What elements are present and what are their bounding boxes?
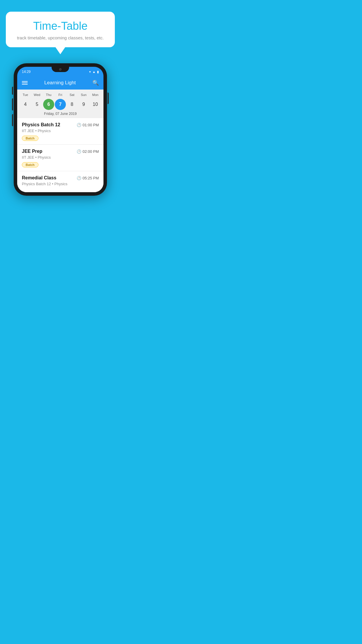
wifi-icon: ▾ — [89, 70, 91, 74]
search-button[interactable]: 🔍 — [92, 80, 99, 86]
schedule-item[interactable]: Physics Batch 12 🕐 01:00 PM IIT JEE • Ph… — [17, 118, 103, 145]
day-label: Thu — [43, 93, 54, 97]
schedule-item-header: JEE Prep 🕐 02:00 PM — [22, 149, 99, 154]
batch-badge: Batch — [22, 162, 38, 167]
schedule-time: 🕐 02:00 PM — [77, 149, 99, 154]
schedule-item[interactable]: Remedial Class 🕐 05:25 PM Physics Batch … — [17, 171, 103, 192]
schedule-title: Physics Batch 12 — [22, 122, 60, 127]
day-number[interactable]: 5 — [31, 99, 43, 110]
schedule-title: JEE Prep — [22, 149, 42, 154]
card-subtitle: track timetable, upcoming classes, tests… — [15, 35, 106, 40]
menu-button[interactable] — [22, 81, 28, 85]
day-number[interactable]: 7 — [55, 99, 66, 110]
day-label: Sat — [66, 93, 78, 97]
schedule-subtitle: IIT JEE • Physics — [22, 155, 99, 160]
day-numbers: 45678910 — [17, 98, 103, 110]
day-label: Tue — [20, 93, 31, 97]
schedule-list: Physics Batch 12 🕐 01:00 PM IIT JEE • Ph… — [17, 118, 103, 192]
schedule-item-header: Remedial Class 🕐 05:25 PM — [22, 175, 99, 181]
schedule-time: 🕐 05:25 PM — [77, 176, 99, 180]
schedule-time: 🕐 01:00 PM — [77, 123, 99, 127]
day-label: Fri — [55, 93, 66, 97]
volume-up-button — [12, 98, 13, 111]
phone-body: 14:29 ▾ ▲ ▮ Learning Light 🔍 TueWed — [14, 63, 107, 196]
mute-button — [12, 87, 13, 95]
schedule-title: Remedial Class — [22, 175, 56, 181]
phone-frame: 14:29 ▾ ▲ ▮ Learning Light 🔍 TueWed — [14, 63, 107, 196]
day-label: Wed — [31, 93, 43, 97]
day-number[interactable]: 8 — [66, 99, 78, 110]
day-label: Mon — [90, 93, 101, 97]
power-button — [108, 92, 109, 104]
clock-icon: 🕐 — [77, 123, 81, 127]
app-header: Learning Light 🔍 — [17, 76, 103, 90]
camera — [59, 68, 61, 71]
card-title: Time-Table — [15, 20, 106, 32]
selected-date-label: Friday, 07 June 2019 — [17, 110, 103, 118]
volume-down-button — [12, 114, 13, 126]
batch-badge: Batch — [22, 136, 38, 141]
day-label: Sun — [78, 93, 89, 97]
calendar-strip: TueWedThuFriSatSunMon 45678910 Friday, 0… — [17, 90, 103, 118]
promo-card: Time-Table track timetable, upcoming cla… — [6, 12, 115, 47]
app-title: Learning Light — [44, 80, 76, 86]
status-time: 14:29 — [22, 70, 31, 74]
signal-icon: ▲ — [92, 70, 96, 74]
schedule-item[interactable]: JEE Prep 🕐 02:00 PM IIT JEE • Physics Ba… — [17, 145, 103, 171]
status-icons: ▾ ▲ ▮ — [89, 70, 99, 74]
day-number[interactable]: 9 — [78, 99, 89, 110]
schedule-subtitle: IIT JEE • Physics — [22, 129, 99, 133]
clock-icon: 🕐 — [77, 176, 81, 180]
day-number[interactable]: 10 — [90, 99, 101, 110]
schedule-subtitle: Physics Batch 12 • Physics — [22, 182, 99, 186]
phone-notch — [52, 67, 69, 72]
battery-icon: ▮ — [97, 70, 99, 74]
day-number[interactable]: 6 — [43, 99, 54, 110]
schedule-item-header: Physics Batch 12 🕐 01:00 PM — [22, 122, 99, 127]
day-headers: TueWedThuFriSatSunMon — [17, 92, 103, 98]
day-number[interactable]: 4 — [20, 99, 31, 110]
phone-screen: Learning Light 🔍 TueWedThuFriSatSunMon 4… — [17, 76, 103, 192]
clock-icon: 🕐 — [77, 149, 81, 154]
